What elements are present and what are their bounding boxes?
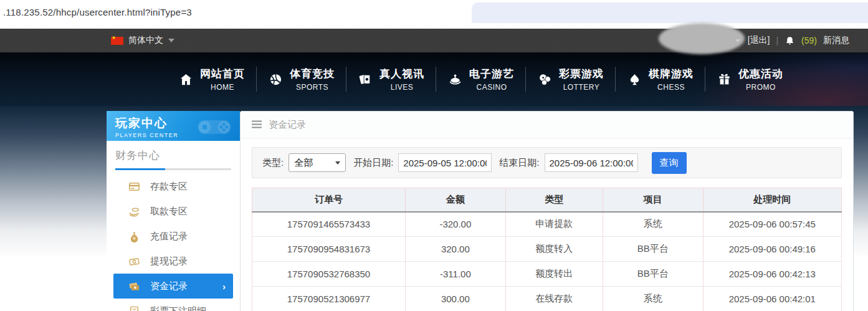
- table-cell: 系统: [603, 212, 703, 237]
- nav-item-label-en: SPORTS: [290, 83, 335, 92]
- table-cell: 1757090532768350: [252, 262, 406, 287]
- start-date-label: 开始日期:: [353, 157, 393, 169]
- page: .118.235.52/hhcp/usercenter.html?iniType…: [0, 0, 868, 311]
- chevron-down-icon[interactable]: [735, 39, 740, 42]
- nav-item-label-zh: 棋牌游戏: [649, 67, 694, 81]
- sidebar-menu-item[interactable]: 取款专区 ›: [107, 199, 240, 224]
- sidebar-menu-item[interactable]: 彩票下注明细 ›: [107, 299, 240, 311]
- nav-item-chess[interactable]: 棋牌游戏 CHESS: [616, 67, 705, 92]
- language-selector[interactable]: 简体中文: [111, 29, 174, 52]
- china-flag-icon: [111, 37, 123, 45]
- money-bag-icon: ¥: [128, 231, 140, 242]
- table-cell: 申请提款: [505, 212, 603, 237]
- nav-item-label-en: PROMO: [738, 83, 783, 92]
- type-select[interactable]: 全部: [289, 153, 346, 172]
- table-header-cell: 金额: [405, 188, 505, 212]
- table-cell: 1757090521306977: [252, 287, 406, 311]
- table-body: 1757091465573433-320.00申请提款系统2025-09-06 …: [252, 212, 842, 311]
- account-topbar: 简体中文 [退出] | (59) 新消息: [0, 29, 868, 52]
- table-row: 1757090532768350-311.00额度转出BB平台2025-09-0…: [252, 262, 842, 287]
- sidebar-menu-item[interactable]: ¥ 充值记录 ›: [107, 224, 240, 249]
- new-messages-link[interactable]: 新消息: [823, 35, 849, 46]
- hamburger-icon: [252, 120, 262, 130]
- nav-item-label-zh: 彩票游戏: [559, 67, 604, 81]
- nav-item-label-zh: 体育竞技: [290, 67, 335, 81]
- section-divider: [115, 168, 231, 170]
- bell-icon[interactable]: [785, 36, 795, 46]
- nav-item-casino[interactable]: 电子游艺 CASINO: [436, 67, 526, 92]
- finance-section-label: 财务中心: [115, 148, 231, 168]
- page-title: 资金记录: [269, 119, 306, 131]
- nav-item-label-zh: 网站首页: [200, 67, 245, 81]
- nav-item-label-zh: 优惠活动: [738, 67, 783, 81]
- sports-ball-icon: [269, 72, 283, 87]
- table-cell: 2025-09-06 00:42:01: [703, 287, 841, 311]
- table-cell: 300.00: [405, 287, 505, 311]
- nav-item-label-en: CASINO: [469, 83, 514, 92]
- browser-chrome-strip: [472, 2, 868, 23]
- nav-item-lottery[interactable]: 彩票游戏 LOTTERY: [526, 67, 616, 92]
- table-cell: -311.00: [405, 262, 505, 287]
- start-date-input[interactable]: [398, 153, 492, 172]
- nav-item-label-zh: 真人视讯: [379, 67, 424, 81]
- gamepad-icon: [194, 113, 235, 141]
- main-panel: 资金记录 类型: 全部 开始日期: 结束日期: 查询 订单号金额类型项目处理时间…: [240, 111, 854, 311]
- url-text[interactable]: .118.235.52/hhcp/usercenter.html?iniType…: [3, 7, 192, 17]
- sidebar-item-label: 存款专区: [150, 181, 188, 193]
- roulette-icon: [448, 72, 462, 87]
- sidebar-item-label: 充值记录: [150, 231, 188, 242]
- sidebar-item-label: 取款专区: [150, 206, 188, 218]
- spade-icon: [627, 72, 642, 87]
- sidebar-menu-item[interactable]: 存款专区 ›: [107, 174, 240, 199]
- nav-item-label-en: LIVES: [379, 83, 424, 92]
- table-cell: 额度转出: [505, 262, 603, 287]
- nav-item-lives[interactable]: 真人视讯 LIVES: [346, 67, 436, 92]
- table-cell: 2025-09-06 00:42:13: [703, 262, 841, 287]
- table-row: 1757090954831673320.00额度转入BB平台2025-09-06…: [252, 237, 842, 262]
- nav-item-label-en: LOTTERY: [559, 83, 604, 92]
- home-icon: [179, 72, 193, 87]
- type-label: 类型:: [262, 157, 284, 169]
- sidebar-item-label: 资金记录: [150, 280, 188, 292]
- fund-notes-icon: [128, 280, 140, 292]
- nav-item-sports[interactable]: 体育竞技 SPORTS: [257, 67, 346, 92]
- table-row: 1757090521306977300.00在线存款系统2025-09-06 0…: [252, 287, 842, 311]
- players-center-header: 玩家中心 PLAYERS CENTER: [107, 111, 240, 141]
- sidebar: 玩家中心 PLAYERS CENTER 财务中心 存款专区 › 取款专区 › ¥…: [107, 111, 240, 311]
- table-cell: BB平台: [603, 262, 703, 287]
- svg-text:¥: ¥: [133, 236, 135, 241]
- cash-note-icon: [128, 256, 140, 267]
- query-button[interactable]: 查询: [652, 152, 687, 174]
- table-cell: 额度转入: [505, 237, 603, 262]
- table-header-cell: 项目: [603, 188, 703, 212]
- chevron-down-icon: [335, 161, 340, 165]
- bet-list-icon: [128, 305, 140, 311]
- nav-item-home[interactable]: 网站首页 HOME: [167, 67, 257, 92]
- table-header-cell: 订单号: [252, 188, 406, 212]
- lottery-balls-icon: [538, 72, 552, 87]
- end-date-input[interactable]: [545, 153, 638, 172]
- table-header-row: 订单号金额类型项目处理时间: [252, 188, 842, 212]
- table-cell: 2025-09-06 00:57:45: [703, 212, 841, 237]
- table-cell: 2025-09-06 00:49:16: [703, 237, 841, 262]
- table-cell: 1757090954831673: [252, 237, 406, 262]
- table-header-cell: 类型: [505, 188, 603, 212]
- nav-item-label-zh: 电子游艺: [469, 67, 514, 81]
- sidebar-menu-item[interactable]: 提现记录 ›: [107, 249, 240, 274]
- nav-item-promo[interactable]: 优惠活动 PROMO: [705, 67, 795, 92]
- table-row: 1757091465573433-320.00申请提款系统2025-09-06 …: [252, 212, 842, 237]
- withdraw-hand-icon: [128, 206, 140, 218]
- table-header-cell: 处理时间: [703, 188, 841, 212]
- table-cell: 320.00: [405, 237, 505, 262]
- divider: |: [776, 36, 778, 45]
- logout-button[interactable]: [退出]: [748, 35, 770, 46]
- browser-url-bar: .118.235.52/hhcp/usercenter.html?iniType…: [0, 0, 868, 29]
- sidebar-menu: 存款专区 › 取款专区 › ¥ 充值记录 › 提现记录 › 资金记录 › 彩票下…: [107, 174, 240, 311]
- sidebar-menu-item[interactable]: 资金记录 ›: [113, 274, 233, 299]
- page-title-row: 资金记录: [241, 112, 853, 139]
- deposit-card-icon: [128, 181, 140, 193]
- main-nav: 网站首页 HOME 体育竞技 SPORTS 真人视讯 LIVES 电子游艺 CA…: [0, 52, 868, 106]
- sidebar-item-label: 彩票下注明细: [150, 305, 206, 311]
- avatar[interactable]: [659, 23, 745, 54]
- end-date-label: 结束日期:: [499, 157, 539, 169]
